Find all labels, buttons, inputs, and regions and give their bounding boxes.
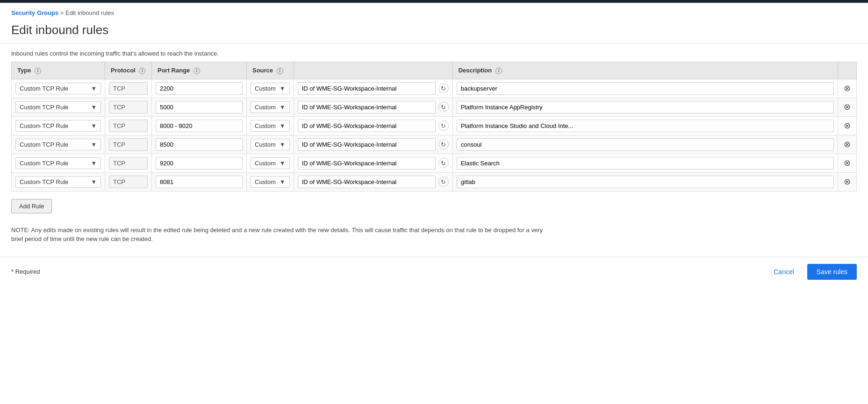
table-row: Custom TCP Rule ▼ TCP Custom ▼ ↻ ⊗ [12, 98, 857, 116]
delete-icon-2[interactable]: ⊗ [842, 120, 852, 131]
source-cell-5: ↻ [298, 176, 449, 188]
source-value-label-3: Custom [255, 141, 276, 148]
source-dropdown-arrow-1: ▼ [280, 104, 286, 111]
source-value-input-4[interactable] [298, 157, 436, 170]
delete-icon-1[interactable]: ⊗ [842, 102, 852, 112]
port-range-input-3[interactable] [156, 138, 243, 151]
type-value-3: Custom TCP Rule [20, 141, 68, 148]
description-input-0[interactable] [457, 82, 834, 95]
description-input-1[interactable] [457, 101, 834, 113]
col-header-port-range: Port Range i [152, 62, 247, 79]
table-row: Custom TCP Rule ▼ TCP Custom ▼ ↻ ⊗ [12, 116, 857, 135]
source-value-input-5[interactable] [298, 176, 436, 188]
type-dropdown-arrow-5: ▼ [91, 178, 97, 185]
type-info-icon[interactable]: i [35, 68, 41, 74]
source-cell-1: ↻ [298, 101, 449, 113]
port-range-input-2[interactable] [156, 120, 243, 132]
col-header-protocol: Protocol i [105, 62, 152, 79]
protocol-field-2: TCP [109, 120, 148, 132]
port-range-input-0[interactable] [156, 82, 243, 95]
rules-table-container: Type i Protocol i Port Range i Source i [0, 62, 868, 191]
table-row: Custom TCP Rule ▼ TCP Custom ▼ ↻ ⊗ [12, 154, 857, 172]
table-row: Custom TCP Rule ▼ TCP Custom ▼ ↻ ⊗ [12, 172, 857, 191]
refresh-icon-4[interactable]: ↻ [438, 158, 449, 168]
refresh-icon-3[interactable]: ↻ [438, 139, 449, 149]
type-select-1[interactable]: Custom TCP Rule ▼ [15, 101, 101, 113]
delete-icon-4[interactable]: ⊗ [842, 158, 852, 168]
page-description: Inbound rules control the incoming traff… [0, 43, 868, 62]
source-value-input-2[interactable] [298, 120, 436, 132]
type-value-1: Custom TCP Rule [20, 104, 68, 111]
col-header-delete [838, 62, 857, 79]
required-label: * Required [11, 268, 40, 275]
port-range-input-5[interactable] [156, 176, 243, 188]
type-select-3[interactable]: Custom TCP Rule ▼ [15, 139, 101, 150]
breadcrumb-current: Edit inbound rules [65, 9, 114, 16]
col-header-source-value [294, 62, 452, 79]
source-select-2[interactable]: Custom ▼ [251, 120, 290, 132]
description-input-5[interactable] [457, 176, 834, 188]
table-header-row: Type i Protocol i Port Range i Source i [12, 62, 857, 79]
description-input-4[interactable] [457, 157, 834, 170]
type-dropdown-arrow-1: ▼ [91, 104, 97, 111]
source-value-input-1[interactable] [298, 101, 436, 113]
source-dropdown-arrow-2: ▼ [280, 122, 286, 129]
source-cell-0: ↻ [298, 82, 449, 95]
source-select-1[interactable]: Custom ▼ [251, 101, 290, 113]
footer-actions: Cancel Save rules [768, 264, 857, 280]
breadcrumb: Security Groups > Edit inbound rules [0, 3, 868, 19]
source-select-3[interactable]: Custom ▼ [251, 139, 290, 150]
protocol-field-1: TCP [109, 101, 148, 113]
source-select-5[interactable]: Custom ▼ [251, 176, 290, 188]
description-input-2[interactable] [457, 120, 834, 132]
page-title: Edit inbound rules [0, 19, 868, 43]
footer: * Required Cancel Save rules [0, 257, 868, 286]
source-select-4[interactable]: Custom ▼ [251, 157, 290, 169]
cancel-button[interactable]: Cancel [768, 264, 800, 279]
refresh-icon-0[interactable]: ↻ [438, 83, 449, 93]
protocol-field-3: TCP [109, 138, 148, 151]
type-dropdown-arrow-3: ▼ [91, 141, 97, 148]
type-dropdown-arrow-4: ▼ [91, 160, 97, 167]
delete-icon-3[interactable]: ⊗ [842, 139, 852, 149]
table-row: Custom TCP Rule ▼ TCP Custom ▼ ↻ ⊗ [12, 135, 857, 154]
breadcrumb-separator: > [58, 9, 65, 16]
source-dropdown-arrow-4: ▼ [280, 160, 286, 167]
source-value-label-1: Custom [255, 104, 276, 111]
table-row: Custom TCP Rule ▼ TCP Custom ▼ ↻ ⊗ [12, 79, 857, 98]
delete-icon-5[interactable]: ⊗ [842, 177, 852, 187]
source-dropdown-arrow-3: ▼ [280, 141, 286, 148]
refresh-icon-5[interactable]: ↻ [438, 177, 449, 187]
note-text: NOTE: Any edits made on existing rules w… [0, 221, 561, 253]
refresh-icon-2[interactable]: ↻ [438, 120, 449, 131]
refresh-icon-1[interactable]: ↻ [438, 102, 449, 112]
source-info-icon[interactable]: i [277, 68, 283, 74]
source-value-input-3[interactable] [298, 138, 436, 151]
source-cell-3: ↻ [298, 138, 449, 151]
type-select-2[interactable]: Custom TCP Rule ▼ [15, 120, 101, 132]
type-select-0[interactable]: Custom TCP Rule ▼ [15, 83, 101, 94]
type-dropdown-arrow-0: ▼ [91, 85, 97, 92]
source-value-input-0[interactable] [298, 82, 436, 95]
description-info-icon[interactable]: i [495, 68, 502, 74]
type-value-5: Custom TCP Rule [20, 178, 68, 185]
save-rules-button[interactable]: Save rules [807, 264, 857, 280]
source-value-label-5: Custom [255, 178, 276, 185]
port-range-info-icon[interactable]: i [194, 68, 200, 74]
source-dropdown-arrow-5: ▼ [280, 178, 286, 185]
protocol-info-icon[interactable]: i [139, 68, 145, 74]
add-rule-button[interactable]: Add Rule [11, 199, 52, 213]
port-range-input-4[interactable] [156, 157, 243, 170]
type-select-5[interactable]: Custom TCP Rule ▼ [15, 176, 101, 188]
type-value-0: Custom TCP Rule [20, 85, 68, 92]
source-cell-2: ↻ [298, 120, 449, 132]
delete-icon-0[interactable]: ⊗ [842, 83, 852, 93]
port-range-input-1[interactable] [156, 101, 243, 113]
source-value-label-2: Custom [255, 122, 276, 129]
description-input-3[interactable] [457, 138, 834, 151]
protocol-field-5: TCP [109, 176, 148, 188]
breadcrumb-security-groups-link[interactable]: Security Groups [11, 9, 58, 16]
source-select-0[interactable]: Custom ▼ [251, 83, 290, 94]
protocol-field-4: TCP [109, 157, 148, 170]
type-select-4[interactable]: Custom TCP Rule ▼ [15, 157, 101, 169]
